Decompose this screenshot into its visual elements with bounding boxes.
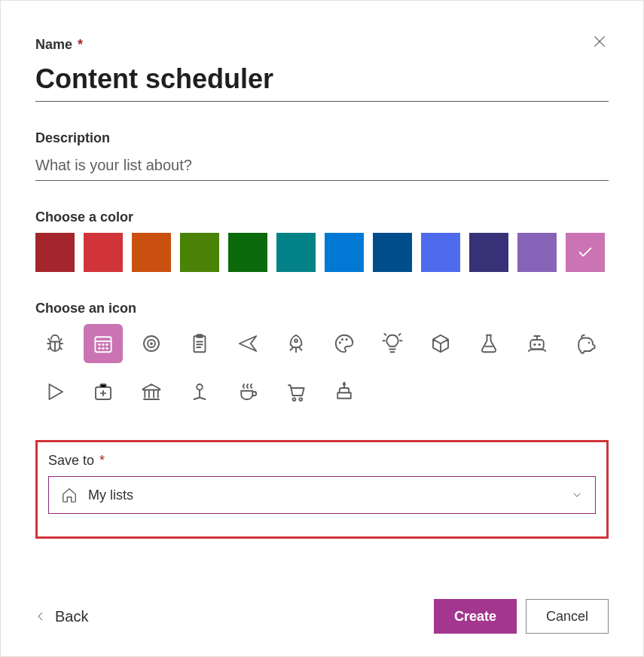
icon-option-target[interactable] (132, 324, 171, 363)
icon-option-piggybank[interactable] (566, 324, 605, 363)
color-purple[interactable] (517, 233, 557, 272)
icon-option-bug[interactable] (35, 324, 75, 363)
mappin-icon (188, 380, 211, 403)
color-red[interactable] (84, 233, 123, 272)
color-indigo[interactable] (421, 233, 460, 272)
cart-icon (285, 380, 307, 403)
beaker-icon (478, 332, 500, 355)
icon-option-airplane[interactable] (228, 324, 267, 363)
play-icon (44, 380, 66, 403)
icon-option-coffee[interactable] (228, 372, 267, 411)
cube-icon (429, 332, 452, 355)
description-label: Description (35, 130, 609, 146)
icon-option-palette[interactable] (325, 324, 364, 363)
cake-icon (333, 380, 356, 403)
back-label: Back (55, 608, 88, 625)
name-input[interactable] (35, 60, 609, 102)
robot-icon (526, 332, 548, 355)
icon-option-cake[interactable] (325, 372, 364, 411)
create-button[interactable]: Create (434, 599, 517, 634)
color-dark-green[interactable] (228, 233, 267, 272)
color-pink[interactable] (566, 233, 605, 272)
icon-option-robot[interactable] (517, 324, 557, 363)
color-orange[interactable] (132, 233, 171, 272)
clipboard-icon (188, 332, 211, 355)
icon-option-clipboard[interactable] (180, 324, 219, 363)
rocket-icon (285, 332, 307, 355)
icon-option-cart[interactable] (276, 372, 316, 411)
color-blue[interactable] (325, 233, 364, 272)
color-teal[interactable] (276, 233, 316, 272)
color-navy[interactable] (469, 233, 508, 272)
save-to-section: Save to * My lists (35, 440, 609, 539)
close-button[interactable] (591, 32, 609, 50)
bank-icon (140, 380, 163, 403)
icon-option-beaker[interactable] (469, 324, 508, 363)
save-to-value: My lists (88, 487, 133, 503)
save-to-label: Save to * (48, 453, 596, 469)
icon-option-play[interactable] (35, 372, 75, 411)
piggybank-icon (574, 332, 597, 355)
color-dark-red[interactable] (35, 233, 75, 272)
back-button[interactable]: Back (35, 608, 88, 625)
description-input[interactable] (35, 154, 609, 181)
home-icon (61, 487, 78, 503)
airplane-icon (237, 332, 259, 355)
icon-option-firstaid[interactable] (84, 372, 123, 411)
choose-icon-label: Choose an icon (35, 301, 609, 316)
target-icon (140, 332, 163, 355)
color-dark-blue[interactable] (373, 233, 412, 272)
chevron-left-icon (35, 608, 46, 625)
palette-icon (333, 332, 356, 355)
name-label: Name * (35, 37, 609, 53)
icon-option-rocket[interactable] (276, 324, 316, 363)
save-to-dropdown[interactable]: My lists (48, 476, 596, 514)
calendar-icon (92, 332, 114, 355)
icon-option-calendar[interactable] (84, 324, 123, 363)
lightbulb-icon (381, 332, 404, 355)
firstaid-icon (92, 380, 114, 403)
choose-color-label: Choose a color (35, 209, 609, 225)
icon-option-bank[interactable] (132, 372, 171, 411)
create-list-dialog: Name * Description Choose a color Choose… (1, 1, 643, 656)
bug-icon (44, 332, 66, 355)
close-icon (592, 34, 607, 49)
icon-option-mappin[interactable] (180, 372, 219, 411)
color-green[interactable] (180, 233, 219, 272)
check-icon (577, 244, 594, 261)
cancel-button[interactable]: Cancel (526, 599, 609, 634)
chevron-down-icon (571, 489, 583, 501)
icon-option-lightbulb[interactable] (373, 324, 412, 363)
coffee-icon (237, 380, 259, 403)
icon-option-cube[interactable] (421, 324, 460, 363)
